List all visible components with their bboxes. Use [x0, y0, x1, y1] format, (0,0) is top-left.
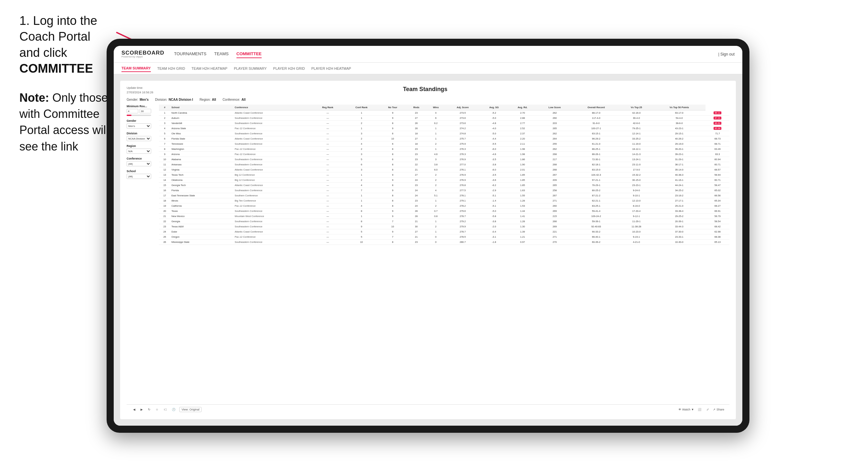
table-row: 21New MexicoMountain West Conference—192…: [159, 214, 730, 219]
toolbar-forward[interactable]: ▶: [139, 407, 144, 412]
region-select[interactable]: N/A: [127, 149, 151, 154]
col-rnds: Rnds: [406, 105, 426, 111]
logo-subtitle: Powered by clippd: [121, 56, 164, 58]
rounds-slider[interactable]: [127, 115, 151, 116]
table-row: 16FloridaSoutheastern Conference—7924427…: [159, 188, 730, 193]
table-row: 17East Tennessee StateSouthern Conferenc…: [159, 193, 730, 198]
nav-teams[interactable]: TEAMS: [214, 50, 229, 58]
col-vs-top50: Vs Top 50 Points: [653, 105, 706, 111]
toolbar-reload[interactable]: ↻: [147, 407, 152, 412]
max-rounds-input[interactable]: [140, 109, 151, 113]
col-low-score: Low Score: [537, 105, 572, 111]
table-row: 18IllinoisBig Ten Conference—18231279.1-…: [159, 198, 730, 204]
sub-nav-team-h2h-grid[interactable]: TEAM H2H GRID: [157, 65, 185, 72]
col-avg-sg: Avg. SG: [480, 105, 508, 111]
logo-area: SCOREBOARD Powered by clippd: [121, 50, 164, 58]
division-filter-label: Division: NCAA Division I: [155, 98, 193, 101]
toolbar-icon1[interactable]: ⬜: [696, 407, 703, 412]
card-header: Update time: 27/03/2024 16:56:26 Team St…: [127, 86, 730, 95]
note-text: Note: Only those with Committee Portal a…: [20, 90, 110, 155]
toolbar-right: 👁 Watch ▼ ⬜ ⤢ ↗ Share: [678, 407, 724, 412]
standings-table: # School Conference Reg Rank Conf Rank N…: [159, 105, 730, 245]
table-row: 25OregonPac-12 Conference—57210278.5-3.1…: [159, 235, 730, 240]
table-row: 6Florida StateAtlantic Coast Conference—…: [159, 136, 730, 142]
toolbar-left: ◀ ▶ ↻ ☆ ↑□ 🕐 View: Original: [132, 407, 202, 412]
tablet-device: SCOREBOARD Powered by clippd TOURNAMENTS…: [106, 39, 749, 433]
update-time: Update time: 27/03/2024 16:56:26: [127, 86, 153, 95]
nav-committee[interactable]: COMMITTEE: [237, 50, 262, 58]
gender-select[interactable]: Men's: [127, 123, 151, 128]
sub-nav-player-summary[interactable]: PLAYER SUMMARY: [234, 65, 267, 72]
region-filter-group: Region N/A: [127, 144, 155, 154]
col-conference: Conference: [234, 105, 311, 111]
card-title: Team Standings: [153, 86, 697, 93]
main-content: Update time: 27/03/2024 16:56:26 Team St…: [114, 74, 742, 426]
table-row: 14OklahomaBig 12 Conference—29242276.9-3…: [159, 178, 730, 183]
sub-nav-team-summary[interactable]: TEAM SUMMARY: [121, 65, 151, 72]
tablet-screen: SCOREBOARD Powered by clippd TOURNAMENTS…: [114, 46, 742, 426]
col-vs-top25: Vs Top 25: [620, 105, 653, 111]
toolbar-share-small[interactable]: ↑□: [162, 407, 168, 412]
sub-navbar: TEAM SUMMARY TEAM H2H GRID TEAM H2H HEAT…: [114, 63, 742, 74]
table-row: 20TexasSoutheastern Conference—89280.727…: [159, 209, 730, 214]
share-btn[interactable]: ↗ Share: [713, 408, 724, 411]
nav-links: TOURNAMENTS TEAMS COMMITTEE: [174, 50, 262, 58]
table-row: 13Texas TechBig 12 Conference—19272276.9…: [159, 173, 730, 178]
sign-out: | Sign out: [718, 52, 735, 57]
logo-title: SCOREBOARD: [121, 50, 164, 56]
table-row: 9ArizonaPac-12 Conference—38234.6276.3-4…: [159, 152, 730, 157]
table-container: Minimum Rou... Gender: [127, 105, 730, 404]
nav-tournaments[interactable]: TOURNAMENTS: [174, 50, 207, 58]
toolbar-bookmark[interactable]: ☆: [154, 407, 160, 412]
conference-select[interactable]: (All): [127, 161, 151, 166]
col-reg-rank: Reg Rank: [311, 105, 344, 111]
division-filter-group: Division NCAA Division I: [127, 132, 155, 141]
table-row: 3VanderbiltSoutheastern Conference—28266…: [159, 121, 730, 126]
view-original-btn[interactable]: View: Original: [179, 407, 202, 412]
col-avg-rd: Avg. Rd.: [508, 105, 537, 111]
sub-nav-team-h2h-heatmap[interactable]: TEAM H2H HEATMAP: [192, 65, 227, 72]
navbar: SCOREBOARD Powered by clippd TOURNAMENTS…: [114, 46, 742, 63]
conference-filter-group: Conference (All): [127, 157, 155, 166]
gender-filter-label: Gender: Men's: [127, 98, 149, 101]
region-filter-label: Region: All: [199, 98, 216, 101]
sub-nav-player-h2h-heatmap[interactable]: PLAYER H2H HEATMAP: [311, 65, 351, 72]
filters-row: Gender: Men's Division: NCAA Division I …: [127, 98, 730, 101]
table-row: 22GeorgiaSoutheastern Conference—8721127…: [159, 219, 730, 224]
table-main: # School Conference Reg Rank Conf Rank N…: [159, 105, 730, 404]
min-rounds-filter: Minimum Rou...: [127, 105, 155, 116]
school-select[interactable]: (All): [127, 174, 151, 179]
table-row: 7TennesseeSoutheastern Conference—461822…: [159, 142, 730, 147]
gender-filter-group: Gender Men's: [127, 119, 155, 128]
toolbar-back[interactable]: ◀: [132, 407, 137, 412]
col-no-tour: No Tour: [379, 105, 406, 111]
bottom-toolbar: ◀ ▶ ↻ ☆ ↑□ 🕐 View: Original 👁 Watch ▼ ⬜ …: [127, 404, 730, 414]
col-school: School: [170, 105, 234, 111]
left-filters: Minimum Rou... Gender: [127, 105, 155, 404]
table-row: 4Arizona StatePac-12 Conference—19261274…: [159, 126, 730, 131]
table-row: 26Mississippi StateSoutheastern Conferen…: [159, 240, 730, 245]
table-row: 8WashingtonPac-12 Conference—28231276.3-…: [159, 147, 730, 152]
col-rank: #: [159, 105, 170, 111]
toolbar-clock[interactable]: 🕐: [170, 407, 177, 412]
watch-btn[interactable]: 👁 Watch ▼: [678, 408, 694, 411]
col-wins: Wins: [426, 105, 445, 111]
table-row: 1North CarolinaAtlantic Coast Conference…: [159, 111, 730, 116]
navbar-left: SCOREBOARD Powered by clippd TOURNAMENTS…: [121, 50, 262, 58]
division-select[interactable]: NCAA Division I: [127, 136, 151, 141]
table-row: 2AuburnSoutheastern Conference—19276273.…: [159, 116, 730, 121]
table-row: 15Georgia TechAtlantic Coast Conference—…: [159, 183, 730, 188]
table-row: 5Ole MissSoutheastern Conference—3618127…: [159, 131, 730, 136]
table-row: 12VirginiaAtlantic Coast Conference—3821…: [159, 167, 730, 173]
toolbar-icon2[interactable]: ⤢: [705, 407, 710, 412]
table-row: 24DukeAtlantic Coast Conference—59271278…: [159, 229, 730, 235]
table-row: 10AlabamaSoutheastern Conference—5623327…: [159, 157, 730, 162]
min-rounds-input[interactable]: [127, 109, 138, 113]
card: Update time: 27/03/2024 16:56:26 Team St…: [120, 81, 736, 419]
conference-filter-label: Conference: All: [223, 98, 246, 101]
col-conf-rank: Conf Rank: [344, 105, 379, 111]
table-row: 23Texas A&MSoutheastern Conference—91030…: [159, 224, 730, 229]
col-adj-score: Adj. Score: [445, 105, 480, 111]
sub-nav-player-h2h-grid[interactable]: PLAYER H2H GRID: [273, 65, 305, 72]
school-filter-group: School (All): [127, 169, 155, 179]
